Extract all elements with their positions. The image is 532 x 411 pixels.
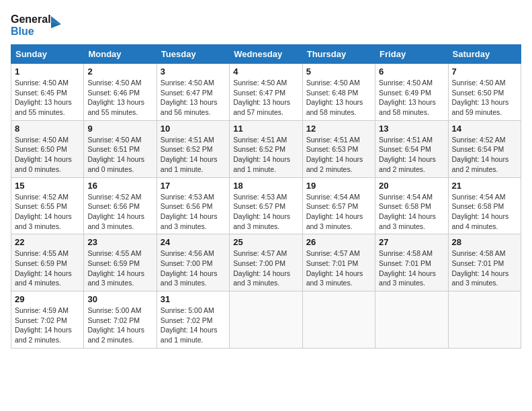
calendar-cell: 18Sunrise: 4:53 AM Sunset: 6:57 PM Dayli… [230,177,302,234]
day-number: 2 [87,66,152,77]
day-info: Sunrise: 4:50 AM Sunset: 6:48 PM Dayligh… [306,78,371,118]
calendar-cell: 22Sunrise: 4:55 AM Sunset: 6:59 PM Dayli… [11,234,84,291]
day-info: Sunrise: 4:52 AM Sunset: 6:56 PM Dayligh… [87,192,152,232]
calendar-cell: 5Sunrise: 4:50 AM Sunset: 6:48 PM Daylig… [302,64,375,121]
day-info: Sunrise: 4:50 AM Sunset: 6:51 PM Dayligh… [87,135,152,175]
calendar-cell: 10Sunrise: 4:51 AM Sunset: 6:52 PM Dayli… [157,120,229,177]
calendar-cell: 17Sunrise: 4:53 AM Sunset: 6:56 PM Dayli… [157,177,229,234]
day-info: Sunrise: 4:52 AM Sunset: 6:55 PM Dayligh… [15,192,80,232]
calendar-cell: 2Sunrise: 4:50 AM Sunset: 6:46 PM Daylig… [84,64,157,121]
day-info: Sunrise: 5:00 AM Sunset: 7:02 PM Dayligh… [87,306,152,345]
day-info: Sunrise: 5:00 AM Sunset: 7:02 PM Dayligh… [161,306,226,345]
calendar-cell [448,291,521,349]
svg-text:General: General [11,13,51,25]
column-header-friday: Friday [375,45,448,64]
calendar-cell: 15Sunrise: 4:52 AM Sunset: 6:55 PM Dayli… [11,177,84,234]
day-number: 19 [306,181,371,191]
calendar-cell: 28Sunrise: 4:58 AM Sunset: 7:01 PM Dayli… [448,234,521,291]
day-number: 11 [233,124,298,134]
day-number: 20 [379,181,444,191]
svg-text:Blue: Blue [11,26,34,37]
day-info: Sunrise: 4:53 AM Sunset: 6:56 PM Dayligh… [161,192,226,232]
calendar-cell [230,291,302,349]
calendar-cell: 21Sunrise: 4:54 AM Sunset: 6:58 PM Dayli… [448,177,521,234]
day-number: 25 [233,237,298,247]
calendar-cell: 4Sunrise: 4:50 AM Sunset: 6:47 PM Daylig… [230,64,302,121]
calendar-header-row: SundayMondayTuesdayWednesdayThursdayFrid… [11,45,521,64]
day-number: 17 [161,181,226,191]
calendar-cell [375,291,448,349]
column-header-wednesday: Wednesday [230,45,302,64]
calendar-cell: 25Sunrise: 4:57 AM Sunset: 7:00 PM Dayli… [230,234,302,291]
calendar-cell: 23Sunrise: 4:55 AM Sunset: 6:59 PM Dayli… [84,234,157,291]
day-info: Sunrise: 4:50 AM Sunset: 6:50 PM Dayligh… [452,78,517,118]
day-number: 16 [87,181,152,191]
logo-svg: GeneralBlue [11,11,64,38]
day-info: Sunrise: 4:54 AM Sunset: 6:58 PM Dayligh… [452,192,517,232]
day-info: Sunrise: 4:58 AM Sunset: 7:01 PM Dayligh… [452,248,517,288]
page-header: GeneralBlue [11,11,521,38]
column-header-monday: Monday [84,45,157,64]
day-number: 26 [306,237,371,247]
calendar-cell: 12Sunrise: 4:51 AM Sunset: 6:53 PM Dayli… [302,120,375,177]
day-info: Sunrise: 4:50 AM Sunset: 6:47 PM Dayligh… [233,78,298,118]
day-number: 10 [161,124,226,134]
calendar-cell: 13Sunrise: 4:51 AM Sunset: 6:54 PM Dayli… [375,120,448,177]
calendar-cell: 20Sunrise: 4:54 AM Sunset: 6:58 PM Dayli… [375,177,448,234]
day-info: Sunrise: 4:51 AM Sunset: 6:53 PM Dayligh… [306,135,371,175]
day-number: 14 [452,124,517,134]
calendar-week-row: 1Sunrise: 4:50 AM Sunset: 6:45 PM Daylig… [11,64,521,121]
column-header-sunday: Sunday [11,45,84,64]
calendar-cell: 14Sunrise: 4:52 AM Sunset: 6:54 PM Dayli… [448,120,521,177]
day-info: Sunrise: 4:50 AM Sunset: 6:47 PM Dayligh… [161,78,226,118]
calendar-cell: 19Sunrise: 4:54 AM Sunset: 6:57 PM Dayli… [302,177,375,234]
calendar-cell: 7Sunrise: 4:50 AM Sunset: 6:50 PM Daylig… [448,64,521,121]
day-number: 28 [452,237,517,247]
calendar-week-row: 15Sunrise: 4:52 AM Sunset: 6:55 PM Dayli… [11,177,521,234]
day-info: Sunrise: 4:51 AM Sunset: 6:52 PM Dayligh… [233,135,298,175]
day-info: Sunrise: 4:54 AM Sunset: 6:57 PM Dayligh… [306,192,371,232]
day-number: 8 [15,124,80,134]
day-number: 29 [15,294,80,304]
calendar-week-row: 29Sunrise: 4:59 AM Sunset: 7:02 PM Dayli… [11,291,521,349]
day-info: Sunrise: 4:55 AM Sunset: 6:59 PM Dayligh… [87,248,152,288]
calendar-cell: 26Sunrise: 4:57 AM Sunset: 7:01 PM Dayli… [302,234,375,291]
calendar-week-row: 8Sunrise: 4:50 AM Sunset: 6:50 PM Daylig… [11,120,521,177]
calendar-cell: 31Sunrise: 5:00 AM Sunset: 7:02 PM Dayli… [157,291,229,349]
day-number: 6 [379,66,444,77]
calendar-cell: 6Sunrise: 4:50 AM Sunset: 6:49 PM Daylig… [375,64,448,121]
day-info: Sunrise: 4:50 AM Sunset: 6:49 PM Dayligh… [379,78,444,118]
day-info: Sunrise: 4:56 AM Sunset: 7:00 PM Dayligh… [161,248,226,288]
calendar-cell: 8Sunrise: 4:50 AM Sunset: 6:50 PM Daylig… [11,120,84,177]
logo: GeneralBlue [11,11,64,38]
day-info: Sunrise: 4:54 AM Sunset: 6:58 PM Dayligh… [379,192,444,232]
calendar-cell: 30Sunrise: 5:00 AM Sunset: 7:02 PM Dayli… [84,291,157,349]
calendar-cell: 9Sunrise: 4:50 AM Sunset: 6:51 PM Daylig… [84,120,157,177]
day-info: Sunrise: 4:57 AM Sunset: 7:01 PM Dayligh… [306,248,371,288]
column-header-saturday: Saturday [448,45,521,64]
day-number: 15 [15,181,80,191]
day-info: Sunrise: 4:53 AM Sunset: 6:57 PM Dayligh… [233,192,298,232]
day-number: 31 [161,294,226,304]
day-info: Sunrise: 4:52 AM Sunset: 6:54 PM Dayligh… [452,135,517,175]
day-number: 22 [15,237,80,247]
day-number: 7 [452,66,517,77]
calendar-week-row: 22Sunrise: 4:55 AM Sunset: 6:59 PM Dayli… [11,234,521,291]
day-number: 30 [87,294,152,304]
calendar-cell: 27Sunrise: 4:58 AM Sunset: 7:01 PM Dayli… [375,234,448,291]
day-info: Sunrise: 4:50 AM Sunset: 6:50 PM Dayligh… [15,135,80,175]
day-info: Sunrise: 4:50 AM Sunset: 6:45 PM Dayligh… [15,78,80,118]
day-number: 24 [161,237,226,247]
calendar-cell: 24Sunrise: 4:56 AM Sunset: 7:00 PM Dayli… [157,234,229,291]
day-number: 23 [87,237,152,247]
day-info: Sunrise: 4:50 AM Sunset: 6:46 PM Dayligh… [87,78,152,118]
day-number: 21 [452,181,517,191]
column-header-tuesday: Tuesday [157,45,229,64]
calendar-cell: 16Sunrise: 4:52 AM Sunset: 6:56 PM Dayli… [84,177,157,234]
day-number: 9 [87,124,152,134]
calendar-cell: 29Sunrise: 4:59 AM Sunset: 7:02 PM Dayli… [11,291,84,349]
day-info: Sunrise: 4:51 AM Sunset: 6:52 PM Dayligh… [161,135,226,175]
day-info: Sunrise: 4:51 AM Sunset: 6:54 PM Dayligh… [379,135,444,175]
calendar-table: SundayMondayTuesdayWednesdayThursdayFrid… [11,44,521,349]
day-info: Sunrise: 4:57 AM Sunset: 7:00 PM Dayligh… [233,248,298,288]
